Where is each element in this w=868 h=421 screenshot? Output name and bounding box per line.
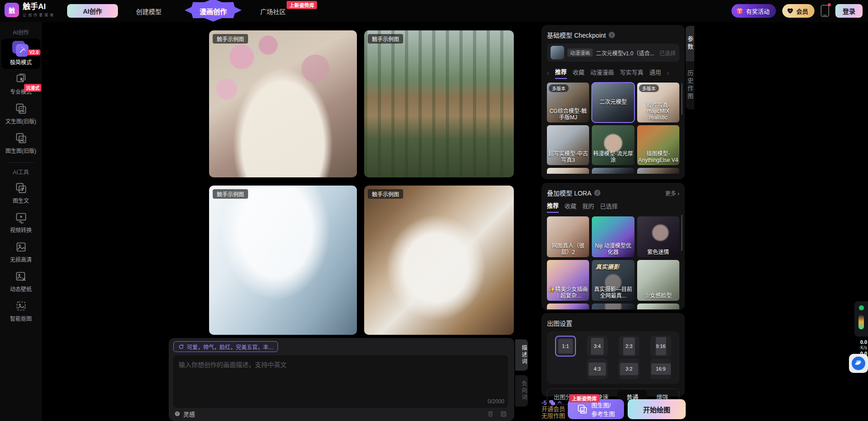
- tab-recommend[interactable]: 推荐: [547, 201, 559, 213]
- vip-heart-icon: [787, 8, 794, 14]
- ratio-3-2[interactable]: 3:2: [619, 358, 639, 379]
- pro-mode-icon: [15, 73, 27, 85]
- mobile-app-icon[interactable]: [821, 5, 829, 17]
- ratio-9-16[interactable]: 9:16: [650, 336, 671, 357]
- lora-card-partial[interactable]: [547, 304, 589, 309]
- lora-card[interactable]: 网图真人（很甜）2: [547, 216, 589, 257]
- sidebar-item-video-convert[interactable]: 视频转换: [1, 208, 40, 237]
- model-card[interactable]: 超写实模型-中古写真3: [547, 125, 589, 165]
- info-icon[interactable]: [609, 32, 615, 38]
- login-button[interactable]: 登录: [835, 4, 863, 18]
- settings-title: 出图设置: [547, 318, 679, 328]
- lora-card[interactable]: ✨精美少女插画｜超复杂...: [547, 260, 589, 301]
- system-monitor-widget[interactable]: [854, 301, 868, 337]
- sidebar-item-pro-mode[interactable]: 专业模式 沉浸式: [1, 69, 40, 98]
- lora-scrollbar[interactable]: [681, 215, 683, 251]
- tab-selected[interactable]: 已选择: [600, 201, 618, 212]
- img2img-icon: [15, 132, 27, 144]
- tab-general[interactable]: 通用: [649, 68, 661, 78]
- tab-parameters[interactable]: 参数: [686, 26, 694, 61]
- lora-card-partial[interactable]: [592, 304, 634, 309]
- lora-card[interactable]: 少女感脸型: [637, 260, 679, 301]
- prompt-suggestion-chip[interactable]: 可爱，帅气，脸红，完美五官，丰...: [173, 341, 278, 352]
- tab-recommend[interactable]: 推荐: [555, 67, 567, 79]
- chevron-up-icon: [557, 401, 562, 404]
- sidebar-section-ai-create: AI创作: [13, 28, 29, 36]
- selected-model-tag: 动漫漫画: [567, 49, 593, 57]
- save-icon[interactable]: [500, 411, 507, 417]
- app-slogan: 让创作更简单: [23, 12, 55, 17]
- nav-create-model[interactable]: 创建模型: [136, 7, 161, 16]
- info-icon[interactable]: [594, 190, 600, 196]
- gift-icon: [736, 7, 743, 15]
- card-overlay-title: 真实摄影: [595, 262, 619, 271]
- sample-image-headphones-man[interactable]: 触手示例图: [364, 186, 514, 335]
- sample-badge: 触手示例图: [213, 189, 248, 199]
- app-root: 触 触手AI 让创作更简单 AI创作 创建模型 漫画创作 广场社区 上新姿势库: [0, 0, 868, 421]
- vip-upsell-link[interactable]: 开通会员 无限作图: [541, 406, 568, 420]
- sidebar-item-upscale[interactable]: 无损高清: [1, 237, 40, 266]
- new-pose-badge: 上新姿势库: [569, 394, 600, 402]
- lora-card-partial[interactable]: [637, 304, 679, 309]
- tab-mine[interactable]: 我的: [582, 201, 594, 212]
- sample-badge: 触手示例图: [213, 34, 248, 44]
- tab-favorites[interactable]: 收藏: [565, 201, 576, 212]
- trash-icon[interactable]: [487, 411, 494, 417]
- tab-realistic[interactable]: 写实写真: [620, 68, 644, 78]
- tab-anime[interactable]: 动漫漫画: [590, 68, 614, 78]
- floating-app-shortcut[interactable]: [849, 354, 868, 373]
- nav-square-community[interactable]: 广场社区: [260, 7, 286, 16]
- sample-image-ink-character[interactable]: 触手示例图: [209, 186, 357, 335]
- lora-card[interactable]: 紫色迷情: [637, 216, 679, 257]
- sample-image-house[interactable]: 触手示例图: [364, 30, 514, 177]
- sample-image-flowers[interactable]: 触手示例图: [209, 30, 357, 177]
- sidebar-item-smart-matting[interactable]: 智能抠图: [1, 296, 40, 325]
- ratio-4-3[interactable]: 4:3: [587, 358, 608, 379]
- credit-cost[interactable]: -5: [541, 399, 568, 406]
- img2img-button[interactable]: 上新姿势库 图生图/ 参考生图: [568, 399, 624, 419]
- sidebar-item-minimal-mode[interactable]: 极简模式 V2.0: [1, 39, 40, 69]
- tab-history[interactable]: 历史作图: [686, 61, 694, 109]
- refresh-icon: [178, 344, 184, 350]
- generate-button[interactable]: 开始绘图: [628, 399, 686, 419]
- model-card[interactable]: 多版本 胶片写真-majicMIX realistic: [637, 83, 679, 122]
- tab-positive-prompt[interactable]: 描述词: [515, 339, 528, 371]
- vip-button[interactable]: 会员: [782, 4, 814, 18]
- model-card[interactable]: 多版本 CG综合模型-触手版MJ: [547, 83, 589, 122]
- ratio-2-3[interactable]: 2:3: [619, 336, 639, 357]
- tabs-left-arrow-icon[interactable]: ‹: [547, 69, 549, 77]
- coins-icon: [548, 399, 556, 406]
- nav-comic-create[interactable]: 漫画创作: [183, 0, 243, 24]
- sidebar-item-live-wallpaper[interactable]: 动态壁纸: [1, 267, 40, 296]
- tab-favorites[interactable]: 收藏: [573, 68, 585, 78]
- ratio-3-4[interactable]: 3:4: [587, 336, 608, 357]
- sidebar-item-text2img-legacy[interactable]: 文生图(旧版): [1, 99, 40, 128]
- checkpoint-scrollbar[interactable]: [681, 83, 683, 115]
- checkpoint-panel: 基础模型 Checkpoint 动漫漫画 二次元模型v1.0（适合... 已选择…: [541, 25, 685, 179]
- lora-card[interactable]: Niji 动漫模型优化器: [592, 216, 634, 257]
- multi-version-badge: 多版本: [549, 84, 569, 92]
- tab-negative-prompt[interactable]: 负向词: [515, 375, 528, 406]
- lora-more-link[interactable]: 更多 ›: [665, 189, 679, 197]
- model-card-partial[interactable]: [547, 168, 589, 174]
- sidebar-item-img2img-legacy[interactable]: 图生图(旧版): [1, 128, 40, 157]
- selected-model-bar[interactable]: 动漫漫画 二次元模型v1.0（适合... 已选择: [547, 44, 679, 62]
- ratio-16-9[interactable]: 16:9: [650, 358, 671, 379]
- notification-dot: [828, 3, 831, 6]
- model-card[interactable]: 韩漫模型-流光厚涂: [592, 125, 634, 165]
- ratio-1-1[interactable]: 1:1: [555, 336, 576, 357]
- sidebar-item-img2text[interactable]: 图生文: [1, 178, 40, 207]
- inspiration-button[interactable]: 灵感: [174, 410, 195, 418]
- tabs-right-arrow-icon[interactable]: ›: [667, 69, 669, 77]
- prompt-input[interactable]: [173, 355, 508, 408]
- lora-card[interactable]: 真实摄影 真实摄影—目前全网最真...: [592, 260, 634, 301]
- model-card-selected[interactable]: 二次元模型: [592, 83, 634, 122]
- logo[interactable]: 触 触手AI 让创作更简单: [5, 3, 55, 17]
- status-dot-icon: [859, 305, 864, 310]
- activity-button[interactable]: 有奖活动: [731, 4, 776, 18]
- model-card-partial[interactable]: [637, 168, 679, 174]
- model-card[interactable]: 插图模型-AnythingElse V4: [637, 125, 679, 165]
- model-card-partial[interactable]: [592, 168, 634, 174]
- nav-ai-create[interactable]: AI创作: [67, 4, 118, 18]
- selected-model-status: 已选择: [659, 49, 676, 57]
